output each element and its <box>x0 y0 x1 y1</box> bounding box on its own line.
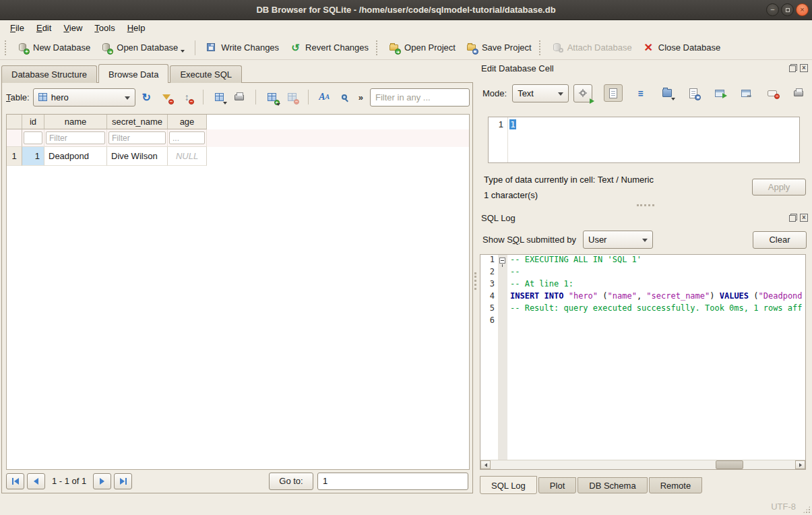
dock-close-icon[interactable] <box>800 214 808 222</box>
tab-execute-sql[interactable]: Execute SQL <box>170 65 242 83</box>
separator <box>308 90 309 104</box>
dock-close-icon[interactable] <box>800 64 808 72</box>
menu-tools[interactable]: Tools <box>88 21 121 35</box>
resize-grip-icon[interactable] <box>803 506 811 514</box>
menu-edit[interactable]: Edit <box>30 21 57 35</box>
print-cell-button[interactable] <box>790 85 807 101</box>
row-header[interactable]: 1 <box>7 147 22 166</box>
export-data-button[interactable] <box>685 85 701 101</box>
editor-content[interactable]: 1 <box>509 119 516 129</box>
text-mode-button[interactable] <box>604 84 623 102</box>
menu-help[interactable]: Help <box>121 21 152 35</box>
filter-input-secret-name[interactable] <box>108 131 166 144</box>
table-row: 1 1 Deadpond Dive Wilson NULL <box>7 147 469 166</box>
mode-select[interactable]: Text <box>512 84 569 102</box>
show-sql-label: Show SQL submitted by <box>482 235 576 245</box>
toolbar-drag-handle[interactable] <box>5 40 8 55</box>
table-select[interactable]: hero <box>33 88 135 107</box>
open-file-icon <box>662 89 672 97</box>
next-record-button[interactable] <box>93 473 111 489</box>
filter-any-column-input[interactable] <box>370 88 470 107</box>
scroll-right-button[interactable] <box>795 460 805 469</box>
print-table-button[interactable] <box>230 88 249 107</box>
tab-db-schema[interactable]: DB Schema <box>577 477 647 493</box>
set-null-button[interactable] <box>764 85 780 101</box>
sql-log-view[interactable]: 1 -- EXECUTING ALL IN 'SQL 1' 2 -- 3 -- … <box>480 254 806 470</box>
write-changes-button[interactable]: Write Changes <box>200 38 284 57</box>
goto-input[interactable] <box>317 473 468 490</box>
auto-apply-button[interactable] <box>573 84 592 102</box>
insert-record-button[interactable] <box>263 88 281 107</box>
cell-age[interactable]: NULL <box>168 147 207 166</box>
tab-database-structure[interactable]: Database Structure <box>1 65 97 83</box>
filter-input-name[interactable] <box>46 131 105 144</box>
sql-source-select[interactable]: User <box>583 231 653 249</box>
toolbar-drag-handle[interactable] <box>376 40 379 55</box>
titlebar[interactable]: DB Browser for SQLite - /home/user/code/… <box>0 0 812 20</box>
export-table-button[interactable] <box>210 88 228 107</box>
tab-plot[interactable]: Plot <box>538 477 576 493</box>
maximize-icon <box>786 8 790 12</box>
minimize-button[interactable]: − <box>766 3 779 16</box>
log-horizontal-scrollbar[interactable] <box>480 460 805 469</box>
toolbar-overflow-chevron[interactable]: » <box>356 92 366 102</box>
column-header-secret-name[interactable]: secret_name <box>107 115 168 129</box>
toolbar-drag-handle[interactable] <box>539 40 542 55</box>
scrollbar-thumb[interactable] <box>716 460 743 469</box>
save-project-button[interactable]: Save Project <box>461 38 537 57</box>
open-project-button[interactable]: Open Project <box>383 38 461 57</box>
panel-splitter[interactable] <box>473 60 478 493</box>
revert-changes-button[interactable]: ↺ Revert Changes <box>284 38 374 57</box>
clear-sorting-button[interactable]: ↕ <box>178 88 196 107</box>
table-label: Table: <box>5 92 31 102</box>
copy-link-button[interactable] <box>738 85 754 101</box>
import-data-button[interactable] <box>659 85 675 101</box>
word-wrap-button[interactable]: ≡ <box>633 85 649 101</box>
filter-input-id[interactable] <box>24 131 42 144</box>
close-button[interactable]: × <box>796 3 809 16</box>
close-database-button[interactable]: ✕ Close Database <box>637 38 726 57</box>
fold-marker-icon[interactable] <box>499 258 505 264</box>
font-settings-button[interactable]: AA <box>315 88 334 107</box>
clear-badge-icon <box>189 99 194 104</box>
open-database-caret-icon[interactable] <box>181 50 185 53</box>
tab-sql-log[interactable]: SQL Log <box>480 476 537 494</box>
previous-record-button[interactable] <box>27 473 45 489</box>
corner-header[interactable] <box>7 115 22 129</box>
goto-button[interactable]: Go to: <box>269 473 313 490</box>
dock-splitter-handle[interactable] <box>637 204 654 206</box>
tab-remote[interactable]: Remote <box>649 477 703 493</box>
cell-editor[interactable]: 1 1 <box>488 117 800 163</box>
dock-float-icon[interactable] <box>789 64 797 72</box>
new-database-button[interactable]: New Database <box>12 38 96 57</box>
scroll-left-button[interactable] <box>480 460 491 469</box>
maximize-button[interactable] <box>781 3 794 16</box>
filter-input-age[interactable] <box>169 131 205 144</box>
encoding-indicator[interactable]: UTF-8 <box>771 502 796 512</box>
right-panel: Edit Database Cell Mode: Text ≡ 1 <box>478 59 812 497</box>
first-record-button[interactable] <box>6 473 24 489</box>
scrollbar-track[interactable] <box>491 460 795 469</box>
open-database-button[interactable]: Open Database <box>96 38 190 57</box>
cell-secret-name[interactable]: Dive Wilson <box>107 147 168 166</box>
last-record-button[interactable] <box>114 473 132 489</box>
cell-name[interactable]: Deadpond <box>44 147 107 166</box>
open-in-external-button[interactable] <box>712 85 728 101</box>
column-header-name[interactable]: name <box>44 115 107 129</box>
cell-id[interactable]: 1 <box>22 147 44 166</box>
browse-data-panel: Table: hero ↻ ↕ AA » id nam <box>1 82 473 493</box>
clear-log-button[interactable]: Clear <box>753 231 807 249</box>
attach-database-icon <box>552 42 563 53</box>
column-header-id[interactable]: id <box>22 115 44 129</box>
menu-file[interactable]: File <box>4 21 30 35</box>
dock-float-icon[interactable] <box>789 214 797 222</box>
column-header-age[interactable]: age <box>168 115 207 129</box>
log-line: 1 -- EXECUTING ALL IN 'SQL 1' <box>480 255 805 267</box>
find-in-table-button[interactable] <box>336 88 354 107</box>
refresh-button[interactable]: ↻ <box>137 88 156 107</box>
tab-browse-data[interactable]: Browse Data <box>98 64 168 83</box>
table-icon <box>38 93 47 101</box>
menu-view[interactable]: View <box>57 21 88 35</box>
clear-filters-button[interactable] <box>158 88 176 107</box>
previous-icon <box>34 478 38 485</box>
